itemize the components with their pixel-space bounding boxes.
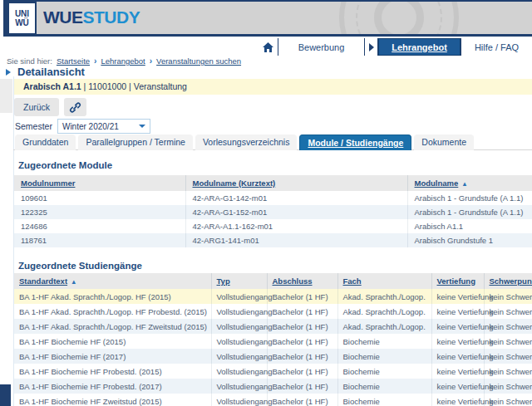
- cell-modulnummer: 122325: [14, 205, 185, 219]
- nav-tab-bewerbung[interactable]: Bewerbung: [278, 38, 364, 56]
- top-navigation: Bewerbung Lehrangebot Hilfe / FAQ: [258, 38, 532, 56]
- table-row[interactable]: BA 1-HF Biochemie HF (2015) Vollstudieng…: [14, 334, 532, 349]
- cell-modulname: Arabisch Grundstufe 1: [407, 233, 532, 247]
- cell-abschluss: Bachelor (1 HF): [267, 319, 337, 334]
- page-title: Detailansicht: [17, 66, 85, 78]
- sort-link-standardtext[interactable]: Standardtext: [19, 276, 67, 286]
- chevron-down-icon: [139, 125, 145, 128]
- table-row[interactable]: 122325 42-ARA-G1-152-m01 Arabisch 1 - Gr…: [14, 205, 532, 219]
- sort-asc-icon: ▲: [461, 180, 467, 188]
- cell-schwerpunkt: kein Schwerpunkt: [484, 394, 532, 406]
- cell-abschluss: Bachelor (1 HF): [267, 289, 337, 304]
- cell-fach: Biochemie: [337, 364, 431, 379]
- programs-header-row: Standardtext▲ Typ Abschluss Fach Vertief…: [14, 273, 532, 289]
- cell-modulname-kurztext: 42-ARA-G1-152-m01: [185, 205, 407, 219]
- tab-module-studiengaenge[interactable]: Module / Studiengänge: [299, 135, 411, 150]
- cell-standardtext: BA 1-HF Biochemie HF Probestd. (2017): [14, 379, 211, 394]
- cell-standardtext: BA 1-HF Akad. Sprachth./Logop. HF Zweits…: [14, 319, 211, 334]
- table-row-highlighted[interactable]: BA 1-HF Akad. Sprachth./Logop. HF (2015)…: [14, 289, 532, 304]
- nav-tab-hilfe-faq[interactable]: Hilfe / FAQ: [461, 38, 532, 56]
- semester-select[interactable]: Winter 2020/21: [57, 119, 150, 134]
- col-header-vertiefung: Vertiefung: [431, 273, 484, 289]
- sort-link-modulname[interactable]: Modulname: [415, 179, 459, 188]
- wuestudy-wordmark[interactable]: WUESTUDY: [43, 7, 140, 27]
- breadcrumb-prefix: Sie sind hier:: [7, 56, 52, 66]
- table-row[interactable]: BA 1-HF Akad. Sprachth./Logop. HF Probes…: [14, 304, 532, 319]
- cell-fach: Biochemie: [337, 394, 431, 406]
- table-row[interactable]: BA 1-HF Biochemie HF Zweitstud (2015) Vo…: [14, 394, 532, 406]
- link-icon: [69, 101, 81, 114]
- cell-abschluss: Bachelor (1 HF): [267, 334, 337, 349]
- modules-table: Modulnummer Modulname (Kurztext) Modulna…: [14, 175, 532, 247]
- cell-schwerpunkt: kein Schwerpunkt: [484, 319, 532, 334]
- table-row[interactable]: 118761 42-ARG1-141-m01 Arabisch Grundstu…: [14, 233, 532, 247]
- cell-fach: Akad. Sprachth./Logop.: [337, 304, 431, 319]
- toolbar: Zurück: [14, 98, 86, 116]
- cell-standardtext: BA 1-HF Biochemie HF Probestd. (2015): [14, 364, 211, 379]
- tab-grunddaten[interactable]: Grunddaten: [15, 135, 76, 150]
- chevron-right-icon: [369, 43, 374, 51]
- sort-link-modulname-kurztext[interactable]: Modulname (Kurztext): [193, 179, 276, 188]
- sort-link-abschluss[interactable]: Abschluss: [273, 276, 313, 286]
- cell-modulname: Arabisch 1 - Grundstufe (A 1.1): [407, 205, 532, 219]
- semester-value: Winter 2020/21: [62, 122, 119, 131]
- table-row[interactable]: BA 1-HF Akad. Sprachth./Logop. HF Zweits…: [14, 319, 532, 334]
- sort-link-fach[interactable]: Fach: [343, 276, 362, 286]
- cell-modulname-kurztext: 42-ARA-G1-142-m01: [185, 191, 407, 205]
- cell-typ: Vollstudiengang: [211, 319, 267, 334]
- cell-typ: Vollstudiengang: [211, 289, 267, 304]
- cell-schwerpunkt: kein Schwerpunkt: [484, 289, 532, 304]
- table-row[interactable]: 124686 42-ARA-A1.1-162-m01 Arabisch A1.1: [14, 219, 532, 233]
- cell-vertiefung: keine Vertiefung: [431, 394, 484, 406]
- modules-section-heading: Zugeordnete Module: [18, 160, 112, 170]
- tab-parallelgruppen-termine[interactable]: Parallelgruppen / Termine: [78, 135, 192, 150]
- sort-link-modulnummer[interactable]: Modulnummer: [21, 179, 75, 188]
- sort-link-vertiefung[interactable]: Vertiefung: [437, 276, 475, 286]
- sort-asc-icon: ▲: [71, 278, 76, 286]
- cell-fach: Akad. Sprachth./Logop.: [337, 289, 431, 304]
- course-name: Arabisch A1.1: [23, 81, 81, 91]
- table-row[interactable]: BA 1-HF Biochemie HF Probestd. (2017) Vo…: [14, 379, 532, 394]
- chevron-right-icon: [6, 69, 11, 76]
- uni-wue-logo[interactable]: UNI WÜ: [9, 3, 35, 33]
- cell-schwerpunkt: kein Schwerpunkt: [484, 379, 532, 394]
- nav-tab-lehrangebot[interactable]: Lehrangebot: [378, 38, 461, 56]
- cell-typ: Vollstudiengang: [211, 334, 267, 349]
- table-row[interactable]: BA 1-HF Biochemie HF Probestd. (2015) Vo…: [14, 364, 532, 379]
- cell-fach: Biochemie: [337, 379, 431, 394]
- back-button[interactable]: Zurück: [14, 98, 59, 116]
- permalink-button[interactable]: [64, 98, 86, 116]
- cell-schwerpunkt: kein Schwerpunkt: [484, 334, 532, 349]
- cell-typ: Vollstudiengang: [211, 394, 267, 406]
- breadcrumb-separator: ›: [94, 56, 96, 66]
- sort-link-typ[interactable]: Typ: [217, 276, 230, 286]
- table-row[interactable]: BA 1-HF Biochemie HF (2017) Vollstudieng…: [14, 349, 532, 364]
- cell-typ: Vollstudiengang: [211, 304, 267, 319]
- col-header-typ: Typ: [211, 273, 267, 289]
- app-header: UNI WÜ WUESTUDY: [0, 0, 532, 37]
- cell-vertiefung: keine Vertiefung: [431, 334, 484, 349]
- cell-modulname-kurztext: 42-ARA-A1.1-162-m01: [185, 219, 407, 233]
- breadcrumb-separator: ›: [150, 56, 152, 66]
- cell-modulnummer: 109601: [14, 191, 185, 205]
- cell-typ: Vollstudiengang: [211, 349, 267, 364]
- sort-link-schwerpunkt[interactable]: Schwerpunkt: [490, 276, 532, 286]
- breadcrumb: Sie sind hier: Startseite › Lehrangebot …: [7, 56, 241, 66]
- tab-vorlesungsverzeichnis[interactable]: Vorlesungsverzeichnis: [195, 135, 297, 150]
- breadcrumb-link-lehrangebot[interactable]: Lehrangebot: [101, 56, 145, 66]
- breadcrumb-link-veranstaltungen-suchen[interactable]: Veranstaltungen suchen: [156, 56, 241, 66]
- cell-abschluss: Bachelor (1 HF): [267, 364, 337, 379]
- table-row[interactable]: 109601 42-ARA-G1-142-m01 Arabisch 1 - Gr…: [14, 191, 532, 205]
- cell-abschluss: Bachelor (1 HF): [267, 304, 337, 319]
- cell-standardtext: BA 1-HF Biochemie HF (2017): [14, 349, 211, 364]
- breadcrumb-link-startseite[interactable]: Startseite: [57, 56, 90, 66]
- col-header-modulnummer: Modulnummer: [14, 175, 185, 191]
- wordmark-part1: WUE: [43, 7, 83, 27]
- page-title-row: Detailansicht: [6, 66, 85, 78]
- home-button[interactable]: [258, 38, 278, 56]
- cell-modulname: Arabisch 1 - Grundstufe (A 1.1): [407, 191, 532, 205]
- footer-corner-block: [0, 384, 11, 406]
- cell-abschluss: Bachelor (1 HF): [267, 349, 337, 364]
- tab-dokumente[interactable]: Dokumente: [414, 135, 474, 150]
- semester-row: Semester Winter 2020/21: [15, 119, 150, 134]
